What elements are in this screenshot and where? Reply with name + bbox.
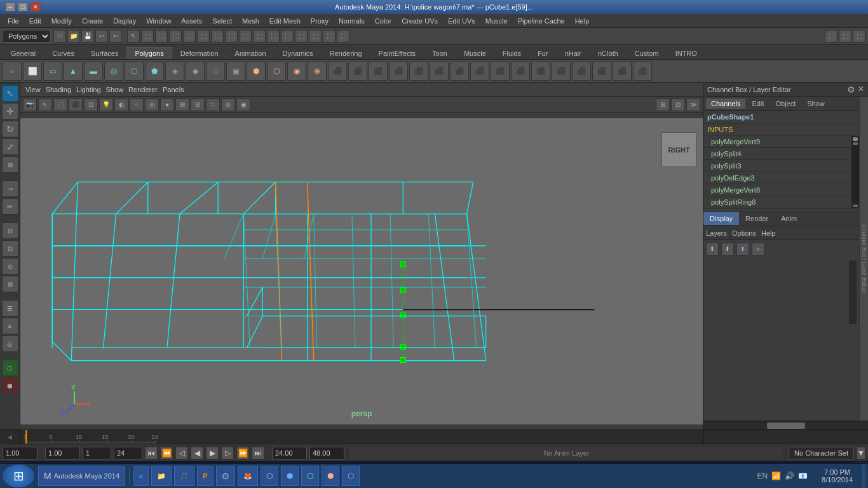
icon-bottom1[interactable]: ⬡ [2, 360, 18, 376]
tab-deformation[interactable]: Deformation [172, 47, 227, 59]
shelf-cone[interactable]: ▲ [64, 62, 83, 81]
vp-icon-medium[interactable]: ◎ [145, 98, 159, 111]
icon-xray[interactable]: ◎ [2, 336, 18, 352]
shelf-icon-23[interactable]: ⬛ [450, 62, 469, 81]
shelf-sphere[interactable]: ○ [3, 62, 22, 81]
vp-icon-more[interactable]: ≫ [686, 98, 700, 111]
menu-mesh[interactable]: Mesh [237, 16, 264, 26]
toolbar-icon-19[interactable]: ⬚ [323, 30, 336, 43]
shelf-torus[interactable]: ◎ [104, 62, 123, 81]
shelf-icon-12[interactable]: ▣ [226, 62, 245, 81]
tool-settings[interactable]: ⊞ [2, 276, 18, 292]
taskbar-app1[interactable]: ⬡ [261, 466, 278, 486]
prev-frame-button[interactable]: ⏪ [160, 447, 173, 459]
move-tool[interactable]: ✛ [2, 103, 18, 119]
tab-surfaces[interactable]: Surfaces [83, 47, 126, 59]
toolbar-icon-6[interactable]: ⬚ [141, 30, 154, 43]
vp-icon-ao[interactable]: ◉ [236, 98, 250, 111]
layer-icon[interactable]: ☰ [2, 300, 18, 316]
maximize-button[interactable]: □ [18, 3, 28, 11]
tray-volume[interactable]: 🔊 [785, 471, 794, 480]
menu-normals[interactable]: Normals [334, 16, 370, 26]
tab-animation[interactable]: Animation [227, 47, 275, 59]
start-button[interactable]: ⊞ [3, 464, 34, 487]
layers-menu[interactable]: Layers [706, 229, 727, 237]
toolbar-render-icon[interactable]: ⬚ [825, 30, 837, 43]
options-menu[interactable]: Options [732, 229, 756, 237]
viewport-menu-show[interactable]: Show [106, 86, 124, 93]
scale-tool[interactable]: ⤢ [2, 139, 18, 155]
menu-file[interactable]: File [3, 16, 24, 26]
menu-proxy[interactable]: Proxy [306, 16, 334, 26]
shelf-icon-29[interactable]: ⬛ [572, 62, 591, 81]
taskbar-app5[interactable]: ⬡ [342, 466, 360, 486]
close-button[interactable]: ✕ [31, 3, 41, 11]
shelf-icon-17[interactable]: ⬛ [328, 62, 347, 81]
rotate-tool[interactable]: ↻ [2, 121, 18, 137]
toolbar-icon-11[interactable]: ⬚ [211, 30, 224, 43]
vp-icon-rough[interactable]: ● [160, 98, 174, 111]
prev-key-button[interactable]: ◁ [175, 447, 188, 459]
menu-help[interactable]: Help [570, 16, 595, 26]
taskbar-paint[interactable]: P [197, 466, 213, 486]
menu-display[interactable]: Display [108, 16, 141, 26]
vp-icon-hud[interactable]: ⊟ [191, 98, 205, 111]
toolbar-icon-3[interactable]: 💾 [81, 30, 94, 43]
menu-assets[interactable]: Assets [176, 16, 207, 26]
toolbar-icon-4[interactable]: ↩ [95, 30, 108, 43]
taskbar-firefox[interactable]: 🦊 [238, 466, 258, 486]
tab-polygons[interactable]: Polygons [126, 47, 172, 59]
shelf-icon-24[interactable]: ⬛ [470, 62, 489, 81]
layer-icon-2[interactable]: ⬆ [721, 243, 734, 255]
snap-icon[interactable]: ⊟ [2, 222, 18, 239]
tray-icon-2[interactable]: 📧 [798, 471, 808, 480]
range-min-field[interactable] [83, 447, 111, 459]
input-item-4[interactable]: polyMergeVert8 [703, 184, 859, 196]
tab-anim[interactable]: Anim [775, 212, 803, 225]
vp-icon-shading-type[interactable]: ◐ [114, 98, 128, 111]
next-frame-button[interactable]: ⏩ [236, 447, 249, 459]
shelf-icon-32[interactable]: ⬛ [633, 62, 652, 81]
next-key-button[interactable]: ▷ [221, 447, 234, 459]
toolbar-icon-5[interactable]: ↩ [109, 30, 122, 43]
taskbar-ie[interactable]: e [133, 466, 149, 486]
menu-window[interactable]: Window [141, 16, 176, 26]
taskbar-chrome[interactable]: ⊙ [216, 466, 235, 486]
tab-rendering[interactable]: Rendering [322, 47, 370, 59]
shelf-icon-25[interactable]: ⬛ [491, 62, 510, 81]
vp-icon-textured[interactable]: ⊡ [84, 98, 98, 111]
toolbar-icon-r3[interactable]: ⬚ [853, 30, 865, 43]
tab-nhair[interactable]: nHair [557, 47, 590, 59]
tab-muscle[interactable]: Muscle [456, 47, 494, 59]
toolbar-icon-1[interactable]: ⚐ [53, 30, 66, 43]
shelf-cylinder[interactable]: ▭ [43, 62, 62, 81]
tab-channels[interactable]: Channels [706, 98, 745, 109]
toolbar-icon-2[interactable]: 📁 [67, 30, 80, 43]
tab-dynamics[interactable]: Dynamics [275, 47, 322, 59]
shelf-icon-21[interactable]: ⬛ [409, 62, 428, 81]
tab-display[interactable]: Display [703, 212, 739, 225]
shelf-cube[interactable]: ⬜ [23, 62, 42, 81]
menu-muscle[interactable]: Muscle [480, 16, 513, 26]
current-frame-field[interactable] [3, 447, 37, 459]
range-start-field[interactable] [45, 447, 80, 459]
char-set-menu-button[interactable]: ▼ [857, 447, 865, 459]
settings-tab[interactable]: Channel Box / Layer Editor [859, 97, 868, 421]
tray-icon-1[interactable]: EN [757, 471, 768, 480]
menu-modify[interactable]: Modify [46, 16, 77, 26]
layout-dropdown[interactable]: Polygons [3, 30, 51, 43]
tab-render[interactable]: Render [739, 212, 775, 225]
lasso-tool[interactable]: ⊸ [2, 180, 18, 197]
view-cube[interactable]: RIGHT [661, 132, 696, 167]
minimize-button[interactable]: ─ [5, 3, 15, 11]
toolbar-icon-20[interactable]: ⬚ [337, 30, 349, 43]
shelf-icon-26[interactable]: ⬛ [511, 62, 530, 81]
shelf-icon-13[interactable]: ⬢ [247, 62, 266, 81]
shelf-icon-14[interactable]: ⬡ [267, 62, 286, 81]
viewport-menu-panels[interactable]: Panels [163, 86, 184, 93]
vp-icon-camera[interactable]: 📷 [23, 98, 37, 111]
input-item-5[interactable]: polySplitRing8 [703, 196, 859, 208]
shelf-icon-16[interactable]: ⊕ [308, 62, 327, 81]
toolbar-icon-10[interactable]: ⬚ [197, 30, 210, 43]
play-start-field[interactable] [272, 447, 307, 459]
